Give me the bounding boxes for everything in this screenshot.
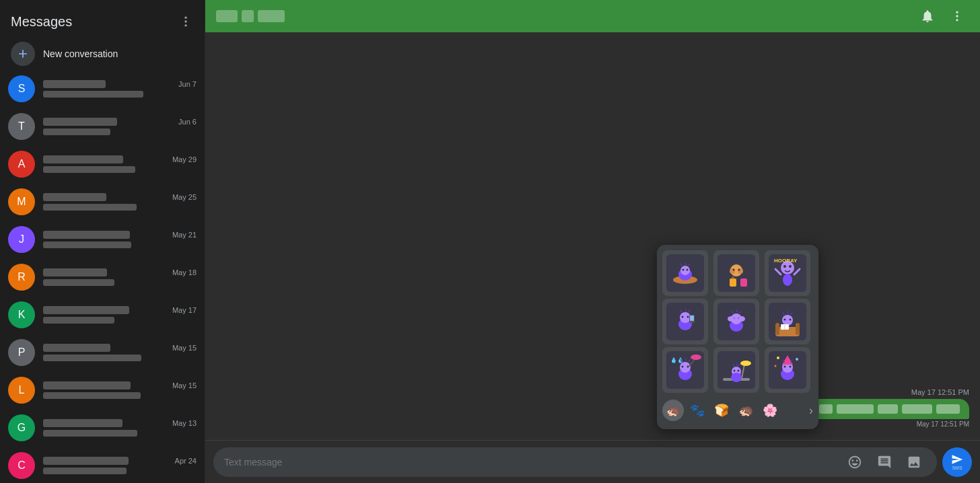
- svg-point-1: [184, 20, 186, 22]
- new-conversation-button[interactable]: New conversation: [0, 38, 205, 70]
- bubble-text-5: [878, 404, 898, 414]
- conversation-name-row: May 29: [43, 155, 197, 163]
- conversation-info: May 15: [43, 381, 197, 399]
- conversation-info: May 18: [43, 268, 197, 286]
- top-bar-contact-info: [216, 10, 285, 22]
- notification-icon[interactable]: [915, 4, 940, 28]
- sticker-tab-1[interactable]: 🦔: [662, 400, 684, 421]
- conversation-item-3[interactable]: AMay 29: [0, 145, 205, 183]
- svg-point-44: [738, 316, 745, 322]
- conversation-avatar: G: [8, 414, 35, 441]
- conversation-name-row: May 18: [43, 268, 197, 276]
- svg-point-68: [738, 370, 740, 372]
- conversation-date: Jun 6: [178, 118, 197, 126]
- sticker-1[interactable]: [662, 250, 708, 296]
- conversation-name: [43, 231, 130, 239]
- conversation-item-9[interactable]: LMay 15: [0, 371, 205, 409]
- conversation-name: [43, 419, 123, 427]
- sticker-picker: HOORAY: [657, 245, 818, 429]
- svg-rect-19: [740, 278, 747, 287]
- sticker-3[interactable]: HOORAY: [765, 250, 810, 296]
- svg-point-77: [796, 358, 798, 361]
- conversation-name-row: Jun 7: [43, 80, 197, 88]
- svg-point-56: [680, 362, 691, 373]
- contact-avatar-block: [216, 10, 238, 22]
- conversation-info: May 21: [43, 231, 197, 248]
- sticker-button[interactable]: [872, 450, 897, 474]
- svg-point-2: [184, 24, 186, 26]
- svg-point-67: [734, 370, 736, 372]
- text-message-input[interactable]: [224, 457, 837, 468]
- conversation-preview: [43, 468, 127, 474]
- conversation-name: [43, 80, 106, 88]
- svg-point-4: [956, 15, 958, 17]
- svg-point-31: [680, 312, 691, 323]
- conversation-item-4[interactable]: MMay 25: [0, 183, 205, 221]
- bubble-text-6: [902, 404, 932, 414]
- conversation-date: May 17: [172, 306, 197, 314]
- svg-point-65: [740, 361, 751, 366]
- conversation-date: May 15: [172, 344, 197, 352]
- conversation-date: May 29: [172, 155, 197, 163]
- top-more-icon[interactable]: [945, 4, 969, 28]
- svg-point-74: [790, 366, 792, 368]
- conversation-info: May 29: [43, 155, 197, 173]
- conversation-item-10[interactable]: GMay 13: [0, 409, 205, 447]
- conversation-name-row: May 15: [43, 381, 197, 389]
- svg-point-3: [956, 11, 958, 13]
- sticker-7[interactable]: 💧💧: [662, 347, 708, 393]
- sticker-2[interactable]: [713, 250, 759, 296]
- sticker-next-button[interactable]: ›: [809, 404, 813, 418]
- conversation-name: [43, 457, 129, 465]
- sticker-tab-4[interactable]: 🦔: [735, 400, 757, 421]
- conversation-item-6[interactable]: RMay 18: [0, 258, 205, 296]
- conversation-date: Apr 24: [175, 457, 197, 465]
- sticker-tab-5[interactable]: 🌸: [759, 400, 781, 421]
- conversation-item-7[interactable]: KMay 17: [0, 296, 205, 334]
- conversation-item-11[interactable]: CApr 24: [0, 447, 205, 483]
- conversation-item-2[interactable]: TJun 6: [0, 108, 205, 145]
- sticker-grid: HOORAY: [662, 250, 813, 393]
- conversation-name: [43, 118, 117, 126]
- conversation-info: May 25: [43, 193, 197, 211]
- send-label: SMS: [952, 466, 962, 470]
- bubble-text-4: [837, 404, 874, 414]
- conversation-preview: [43, 392, 141, 399]
- conversation-info: Jun 6: [43, 118, 197, 135]
- conversation-avatar: K: [8, 301, 35, 328]
- send-button[interactable]: SMS: [942, 447, 972, 477]
- svg-point-32: [682, 316, 684, 318]
- conversation-preview: [43, 204, 137, 211]
- sticker-tab-3[interactable]: 🍞: [711, 400, 732, 421]
- sticker-8[interactable]: [713, 347, 759, 393]
- conversation-info: Apr 24: [43, 457, 197, 474]
- sidebar-more-button[interactable]: [175, 11, 197, 32]
- sidebar-header: Messages: [0, 0, 205, 38]
- message-timestamp: May 17 12:51 PM: [911, 388, 969, 396]
- conversation-name-row: Apr 24: [43, 457, 197, 465]
- conversation-date: May 25: [172, 193, 197, 201]
- conversation-item-1[interactable]: SJun 7: [0, 70, 205, 108]
- conversation-name: [43, 381, 131, 389]
- conversation-name: [43, 193, 106, 201]
- conversation-item-5[interactable]: JMay 21: [0, 221, 205, 258]
- svg-point-69: [731, 373, 742, 382]
- sticker-tab-2[interactable]: 🐾: [687, 400, 708, 421]
- svg-rect-47: [775, 323, 779, 335]
- conversation-avatar: A: [8, 151, 35, 178]
- conversation-info: May 15: [43, 344, 197, 361]
- new-conversation-icon: [11, 42, 35, 66]
- image-button[interactable]: [902, 450, 926, 474]
- svg-point-5: [956, 19, 958, 21]
- conversation-avatar: P: [8, 339, 35, 366]
- sticker-9[interactable]: [765, 347, 810, 393]
- sticker-5[interactable]: [713, 299, 759, 344]
- conversation-date: May 21: [172, 231, 197, 239]
- sticker-6[interactable]: [765, 299, 810, 344]
- conversation-avatar: S: [8, 75, 35, 102]
- main-chat-area: May 17 12:51 PM: [205, 0, 980, 483]
- emoji-button[interactable]: [843, 450, 867, 474]
- sticker-4[interactable]: [662, 299, 708, 344]
- conversation-name-row: May 21: [43, 231, 197, 239]
- conversation-item-8[interactable]: PMay 15: [0, 334, 205, 371]
